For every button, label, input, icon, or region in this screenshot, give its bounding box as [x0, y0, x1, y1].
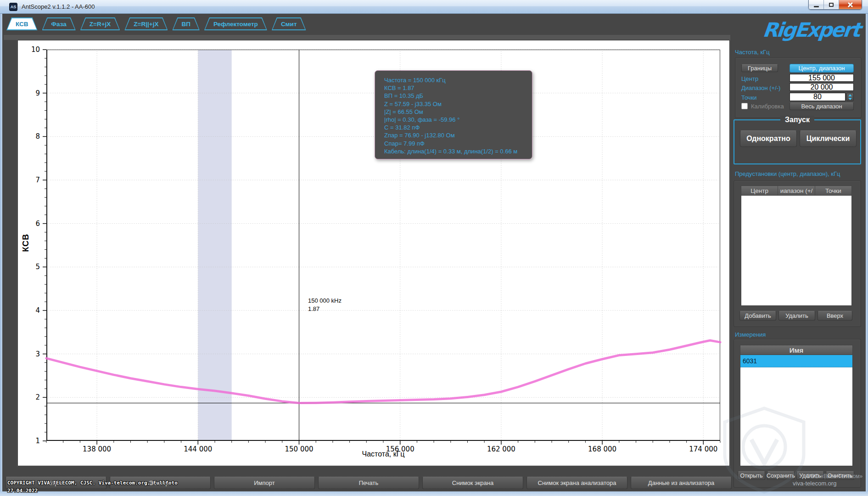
copyright-watermark-line2: 27.04.2022 [7, 487, 38, 494]
svg-text:5: 5 [35, 263, 40, 271]
tab-label: Рефлектометр [204, 17, 267, 30]
x-axis-title: Частота, кГц [46, 450, 720, 458]
svg-text:7: 7 [35, 176, 40, 184]
site-watermark: viva-telecom.org [793, 480, 836, 487]
minimize-icon [814, 6, 819, 7]
tab-reflectometer[interactable]: Рефлектометр [204, 17, 267, 30]
app-area: КСВФазаZ=R+jXZ=R||+jXВПРефлектометрСмит … [0, 14, 868, 496]
close-button[interactable] [839, 0, 862, 9]
tab-return-loss[interactable]: ВП [172, 17, 199, 30]
tab-swr[interactable]: КСВ [6, 17, 38, 30]
svg-text:10: 10 [31, 45, 40, 54]
run-single-button[interactable]: Однократно [740, 130, 797, 147]
svg-text:2: 2 [35, 393, 40, 401]
import-button[interactable]: Импорт [214, 477, 315, 489]
tooltip-line: КСВ = 1.87 [384, 84, 532, 92]
points-stepper[interactable] [846, 93, 854, 101]
rigexpert-logo: RigExpert [762, 18, 861, 41]
measurement-tooltip: Частота = 150 000 кГцКСВ = 1.87ВП = 10.3… [375, 70, 532, 159]
frequency-section-label: Частота, кГц [735, 49, 770, 56]
print-button[interactable]: Печать [318, 477, 419, 489]
tab-label: Z=R||+jX [124, 17, 168, 30]
calibration-label: Калибровка [751, 103, 784, 110]
company-watermark: ООО «Вива-Телеком» [806, 473, 862, 479]
app-icon: AS [9, 3, 17, 11]
tooltip-line: |rho| = 0.30, фаза = -59.96 ° [384, 116, 532, 124]
maximize-icon [829, 3, 834, 7]
svg-text:1: 1 [35, 437, 40, 445]
tab-z-series[interactable]: Z=R+jX [80, 17, 120, 30]
tab-phase[interactable]: Фаза [42, 17, 76, 30]
run-cyclic-button[interactable]: Циклически [800, 130, 857, 147]
presets-table-header: Центр иапазон (+/ Точки [741, 186, 852, 196]
frequency-box: Границы Центр, диапазон Центр Диапазон (… [735, 57, 862, 118]
minimize-button[interactable] [809, 0, 824, 9]
window-title: AntScope2 v.1.1.2 - AA-600 [22, 3, 95, 10]
tooltip-line: Спар= 7.99 пФ [384, 140, 532, 147]
tooltip-line: ВП = 10.35 дБ [384, 92, 532, 100]
tab-smith[interactable]: Смит [272, 17, 306, 30]
swr-curve [46, 340, 720, 403]
chart-panel: 12345678910138 000144 000150 000156 0001… [17, 40, 730, 466]
titlebar[interactable]: AS AntScope2 v.1.1.2 - AA-600 [0, 0, 868, 14]
span-label: Диапазон (+/-) [741, 85, 780, 91]
tab-label: КСВ [6, 17, 38, 30]
window-frame-right [866, 14, 868, 496]
points-input[interactable] [790, 93, 846, 101]
presets-box: Центр иапазон (+/ Точки Добавить Удалить… [734, 180, 861, 327]
maximize-button[interactable] [824, 0, 839, 9]
measurement-row-selected[interactable]: 6031 [740, 355, 852, 367]
highlight-band [198, 50, 231, 441]
spin-down-icon[interactable] [848, 98, 852, 100]
copyright-watermark-line1: COPYRIGHT VIVA-TELECOM, CJSC. Viva-telec… [7, 479, 178, 486]
presets-col-span[interactable]: иапазон (+/ [778, 186, 815, 195]
window-frame-left [0, 14, 2, 496]
center-input[interactable] [790, 74, 854, 82]
full-range-button[interactable]: Весь диапазон [790, 102, 854, 110]
calibration-checkbox[interactable] [741, 103, 748, 109]
svg-text:3: 3 [35, 350, 40, 358]
tab-label: Z=R+jX [80, 17, 120, 30]
presets-section-label: Предустановки (центр, диапазон), кГц [735, 170, 840, 177]
screenshot-button[interactable]: Снимок экрана [422, 477, 523, 489]
tab-label: ВП [172, 17, 199, 30]
tooltip-line: Zпар = 76.90 - j132.80 Ом [384, 131, 532, 139]
tooltip-line: Кабель: длина(1/4) = 0.33 м, длина(1/2) … [384, 147, 532, 155]
tab-bar: КСВФазаZ=R+jXZ=R||+jXВПРефлектометрСмит [6, 17, 306, 30]
presets-col-points[interactable]: Точки [815, 186, 851, 195]
tooltip-line: Z = 57.59 - j33.35 Ом [384, 100, 532, 108]
run-group: Запуск Однократно Циклически [734, 119, 861, 164]
svg-text:9: 9 [35, 89, 40, 97]
points-label: Точки [741, 94, 757, 101]
cursor-readout: 150 000 kHz 1.87 [308, 297, 342, 313]
presets-col-center[interactable]: Центр [741, 186, 778, 195]
analyzer-data-button[interactable]: Данные из анализатора [631, 477, 732, 489]
span-input[interactable] [790, 83, 854, 91]
antscope2-window: AS AntScope2 v.1.1.2 - AA-600 КСВФазаZ=R… [0, 0, 868, 496]
measurements-section-label: Измерения [735, 331, 766, 338]
analyzer-screenshot-button[interactable]: Снимок экрана анализатора [526, 477, 627, 489]
bounds-mode-button[interactable]: Границы [741, 64, 778, 72]
close-icon [847, 2, 853, 8]
tab-label: Фаза [42, 17, 76, 30]
y-axis-title: КСВ [21, 234, 31, 252]
tab-z-parallel[interactable]: Z=R||+jX [124, 17, 168, 30]
run-title: Запуск [780, 116, 814, 124]
measurements-col-name[interactable]: Имя [740, 345, 852, 355]
cursor-frequency: 150 000 kHz [308, 297, 342, 305]
tooltip-line: Частота = 150 000 кГц [384, 76, 532, 84]
svg-text:6: 6 [35, 220, 40, 228]
preset-add-button[interactable]: Добавить [739, 311, 776, 321]
center-label: Центр [741, 75, 758, 82]
tab-label: Смит [272, 17, 306, 30]
preset-delete-button[interactable]: Удалить [778, 311, 815, 321]
spin-up-icon[interactable] [848, 94, 852, 96]
center-span-mode-button[interactable]: Центр, диапазон [790, 64, 854, 73]
svg-text:8: 8 [35, 132, 40, 141]
cursor-swr: 1.87 [308, 305, 342, 313]
preset-up-button[interactable]: Вверх [818, 311, 852, 321]
tab-strip [4, 35, 730, 40]
presets-table-body[interactable] [741, 196, 852, 306]
svg-text:4: 4 [35, 306, 40, 315]
caption-buttons [808, 0, 862, 10]
